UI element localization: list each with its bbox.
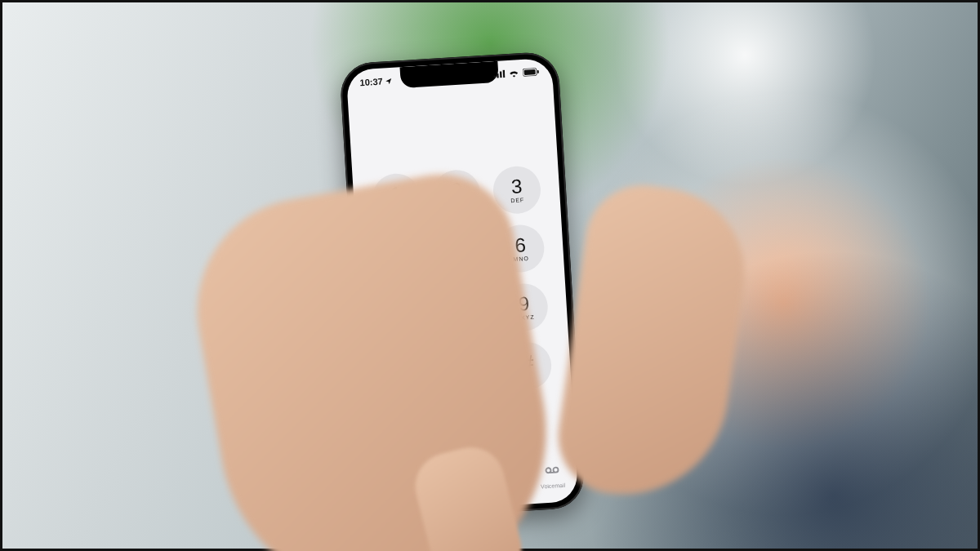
svg-rect-2 [500, 71, 502, 78]
svg-rect-5 [524, 69, 536, 75]
svg-rect-0 [493, 76, 496, 78]
photo-background: 10:37 12ABC3DEF4GHI5JKL6MNO7PQRS8TUV9WXY… [0, 0, 980, 551]
tab-label: Voicemail [541, 482, 565, 489]
svg-rect-1 [497, 73, 499, 78]
cellular-signal-icon [493, 69, 506, 78]
voicemail-icon [543, 463, 560, 482]
location-arrow-icon [385, 77, 393, 85]
svg-rect-3 [503, 70, 506, 78]
battery-icon [523, 68, 540, 77]
wifi-icon [508, 69, 520, 78]
dialed-number-display [348, 91, 557, 168]
keypad-digit: 3 [510, 176, 523, 197]
keypad-letters: DEF [510, 197, 524, 204]
svg-rect-6 [537, 70, 539, 73]
status-time: 10:37 [359, 76, 383, 87]
